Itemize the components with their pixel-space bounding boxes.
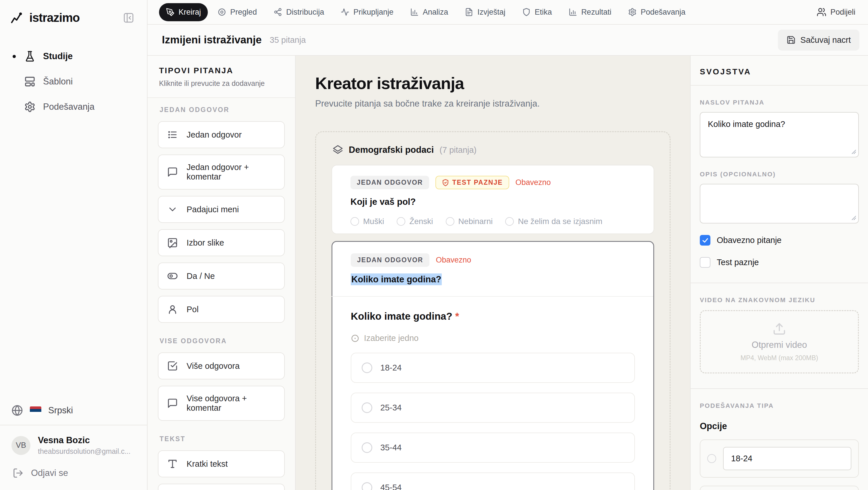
- type-card-kratki-tekst[interactable]: Kratki tekst: [158, 450, 285, 478]
- check-square-icon: [167, 361, 178, 371]
- type-card-jedan-odgovor[interactable]: Jedan odgovor: [158, 121, 285, 148]
- type-card-jedan-odgovor-komentar[interactable]: Jedan odgovor + komentar: [158, 154, 285, 190]
- file-text-icon: [465, 8, 473, 17]
- option-zenski: Ženski: [397, 217, 433, 226]
- types-panel-title: TIPOVI PITANJA: [159, 66, 284, 75]
- upload-video-label: Otpremi video: [752, 340, 807, 350]
- resize-grip-icon[interactable]: [850, 214, 857, 221]
- upload-icon: [772, 322, 786, 336]
- option-value-input[interactable]: [723, 447, 851, 470]
- question-type-badge: JEDAN ODGOVOR: [351, 253, 429, 267]
- tab-label: Distribucija: [286, 8, 324, 17]
- tab-rezultati[interactable]: Rezultati: [562, 3, 618, 21]
- radio-icon: [350, 217, 359, 226]
- type-card-label: Da / Ne: [187, 271, 215, 281]
- question-group-header[interactable]: Demografski podaci (7 pitanja): [332, 145, 654, 155]
- option-label: Ženski: [409, 217, 433, 226]
- shield-icon: [522, 8, 531, 17]
- question-card-pol[interactable]: JEDAN ODGOVOR TEST PAZNJE Obavezno: [332, 165, 654, 234]
- radio-icon: [397, 217, 405, 226]
- app-title: istrazimo: [29, 11, 80, 25]
- logout-button[interactable]: Odjavi se: [0, 457, 79, 490]
- panel-collapse-icon: [123, 12, 134, 24]
- user-email: theabsurdsolution@gmail.c...: [38, 447, 131, 456]
- bar-chart-icon: [410, 8, 419, 17]
- language-switcher[interactable]: Srpski: [0, 397, 147, 425]
- answer-option-18-24[interactable]: 18-24: [351, 353, 635, 383]
- type-card-label: Vise odgovora + komentar: [187, 394, 276, 413]
- option-editor-row-1: [700, 439, 859, 478]
- answer-option-label: 35-44: [380, 443, 402, 452]
- tab-label: Pregled: [230, 8, 257, 17]
- choose-one-hint: Izaberite jedno: [351, 334, 635, 343]
- types-panel-header: TIPOVI PITANJA Kliknite ili prevucite za…: [148, 56, 295, 98]
- description-input[interactable]: [700, 184, 859, 224]
- attention-test-checkbox-row[interactable]: Test paznje: [700, 257, 859, 268]
- sidebar-item-studije[interactable]: Studije: [0, 44, 147, 69]
- tab-kreiraj[interactable]: Kreiraj: [159, 3, 208, 21]
- question-card-godine-selected[interactable]: JEDAN ODGOVOR Obavezno Koliko imate godi…: [332, 241, 654, 490]
- sidebar-item-sabloni[interactable]: Šabloni: [0, 69, 147, 94]
- tab-analiza[interactable]: Analiza: [403, 3, 455, 21]
- radio-icon: [505, 217, 514, 226]
- tab-prikupljanje[interactable]: Prikupljanje: [334, 3, 400, 21]
- sidebar-item-label: Šabloni: [43, 77, 73, 87]
- type-card-da-ne[interactable]: Da / Ne: [158, 262, 285, 290]
- types-group-label: TEKST: [160, 435, 285, 443]
- badges-row: JEDAN ODGOVOR Obavezno: [351, 253, 635, 267]
- bar-chart-icon: [569, 8, 577, 17]
- tab-etika[interactable]: Etika: [515, 3, 559, 21]
- types-panel-body: JEDAN ODGOVOR Jedan odgovor: [148, 98, 295, 490]
- checkbox-unchecked-icon[interactable]: [700, 257, 710, 268]
- type-card-dugi-tekst[interactable]: Dugi tekst: [158, 484, 285, 490]
- tab-distribucija[interactable]: Distribucija: [267, 3, 331, 21]
- sidebar-item-podesavanja[interactable]: Podešavanja: [0, 94, 147, 119]
- avatar: VB: [11, 436, 30, 455]
- required-question-checkbox-row[interactable]: Obavezno pitanje: [700, 235, 859, 246]
- answer-option-45-54[interactable]: 45-54: [351, 472, 635, 490]
- type-card-label: Pol: [187, 305, 198, 314]
- circle-dot-icon: [218, 8, 226, 17]
- circle-dot-icon: [351, 334, 360, 343]
- save-draft-button[interactable]: Sačuvaj nacrt: [778, 30, 859, 51]
- option-label: Nebinarni: [458, 217, 493, 226]
- types-group-single: JEDAN ODGOVOR Jedan odgovor: [158, 106, 285, 323]
- answer-option-35-44[interactable]: 35-44: [351, 433, 635, 463]
- share-button[interactable]: Podijeli: [817, 7, 856, 17]
- type-card-label: Padajuci meni: [187, 205, 239, 214]
- tab-podesavanja[interactable]: Podešavanja: [621, 3, 692, 21]
- tab-pregled[interactable]: Pregled: [211, 3, 264, 21]
- tab-label: Kreiraj: [179, 8, 201, 17]
- type-card-izbor-slike[interactable]: Izbor slike: [158, 229, 285, 256]
- type-card-label: Kratki tekst: [187, 459, 228, 469]
- sidebar-item-label: Podešavanja: [43, 102, 94, 112]
- types-panel-subtitle: Kliknite ili prevucite za dodavanje: [159, 79, 284, 88]
- content-row: TIPOVI PITANJA Kliknite ili prevucite za…: [148, 56, 868, 490]
- properties-panel: SVOJSTVA NASLOV PITANJA Koliko imate god…: [690, 56, 868, 490]
- tab-izvjestaj[interactable]: Izvještaj: [458, 3, 513, 21]
- types-group-text: TEKST Kratki tekst: [158, 435, 285, 490]
- answer-option-25-34[interactable]: 25-34: [351, 393, 635, 423]
- type-card-vise-odgovora-komentar[interactable]: Vise odgovora + komentar: [158, 386, 285, 421]
- video-upload-dropzone[interactable]: Otpremi video MP4, WebM (max 200MB): [700, 310, 859, 373]
- language-label: Srpski: [48, 405, 73, 415]
- question-title-input[interactable]: Koliko imate godina?: [700, 112, 859, 157]
- resize-grip-icon[interactable]: [850, 148, 857, 154]
- option-editor-row-2: [700, 486, 859, 490]
- tab-label: Podešavanja: [641, 8, 685, 17]
- list-icon: [167, 129, 178, 140]
- user-profile[interactable]: VB Vesna Bozic theabsurdsolution@gmail.c…: [0, 425, 147, 457]
- checkbox-checked-icon[interactable]: [700, 235, 710, 246]
- type-card-padajuci-meni[interactable]: Padajuci meni: [158, 196, 285, 223]
- question-type-badge: JEDAN ODGOVOR: [350, 176, 429, 189]
- radio-icon: [362, 482, 372, 490]
- collapse-sidebar-button[interactable]: [123, 12, 134, 24]
- logout-icon: [12, 468, 24, 479]
- radio-icon: [362, 402, 372, 413]
- type-card-pol[interactable]: Pol: [158, 296, 285, 323]
- templates-icon: [24, 76, 36, 87]
- type-card-vise-odgovora[interactable]: Više odgovora: [158, 352, 285, 379]
- radio-icon: [362, 363, 372, 373]
- users-icon: [817, 7, 826, 17]
- radio-icon: [446, 217, 454, 226]
